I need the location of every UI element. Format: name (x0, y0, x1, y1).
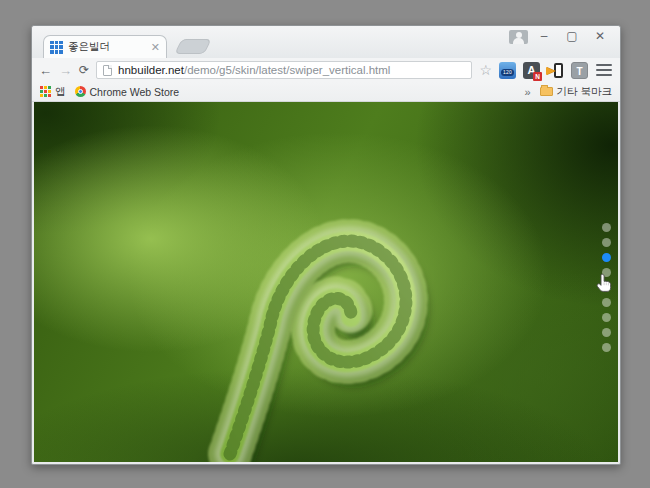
browser-window: 좋은빌더 ✕ – ▢ ✕ ← → ⟳ hnbuilder.net/demo/g5… (31, 25, 621, 465)
hand-cursor-icon (596, 273, 614, 294)
tab-active[interactable]: 좋은빌더 ✕ (43, 35, 167, 58)
apps-label: 앱 (55, 85, 66, 99)
browser-toolbar: ← → ⟳ hnbuilder.net/demo/g5/skin/latest/… (32, 58, 620, 82)
maximize-button[interactable]: ▢ (558, 29, 586, 45)
address-bar[interactable]: hnbuilder.net/demo/g5/skin/latest/swiper… (96, 61, 472, 79)
apps-grid-icon (40, 86, 51, 97)
apps-shortcut[interactable]: 앱 (40, 85, 66, 99)
other-bookmarks-label: 기타 북마크 (557, 85, 612, 99)
page-document-icon[interactable] (103, 65, 112, 76)
send-to-phone-extension-icon[interactable] (547, 62, 564, 79)
window-controls: – ▢ ✕ (530, 29, 614, 45)
tab-favicon-grid-icon (50, 41, 63, 54)
letter-t-extension-icon[interactable]: T (571, 62, 588, 79)
url-path: /demo/g5/skin/latest/swiper_vertical.htm… (184, 64, 390, 76)
slider-dot-6[interactable] (602, 298, 611, 307)
bookmarks-overflow-chevron[interactable]: » (524, 86, 530, 98)
bookmarks-bar: 앱 Chrome Web Store » 기타 북마크 (32, 82, 620, 102)
url-text[interactable]: hnbuilder.net/demo/g5/skin/latest/swiper… (118, 64, 390, 76)
url-host: hnbuilder.net (118, 64, 184, 76)
chrome-icon (75, 86, 86, 97)
reload-button[interactable]: ⟳ (79, 63, 89, 77)
back-button[interactable]: ← (39, 64, 52, 77)
profile-button[interactable] (509, 30, 528, 44)
slider-dot-1[interactable] (602, 223, 611, 232)
tab-strip: 좋은빌더 ✕ – ▢ ✕ (32, 26, 620, 58)
close-button[interactable]: ✕ (586, 29, 614, 45)
forward-button: → (59, 64, 72, 77)
page-viewport-fern-slide[interactable] (34, 102, 618, 462)
folder-icon (540, 87, 553, 96)
slider-dot-8[interactable] (602, 328, 611, 337)
new-tab-button[interactable] (174, 39, 211, 54)
blue-shield-extension-icon[interactable]: 120 (499, 62, 516, 79)
slider-dot-7[interactable] (602, 313, 611, 322)
letter-a-extension-icon[interactable]: AN (523, 62, 540, 79)
bookmark-star-icon[interactable]: ☆ (479, 63, 492, 77)
other-bookmarks-folder[interactable]: 기타 북마크 (540, 85, 612, 99)
tab-title: 좋은빌더 (68, 40, 146, 54)
hamburger-menu-icon[interactable] (595, 62, 613, 78)
chrome-web-store-label: Chrome Web Store (90, 86, 180, 98)
tab-close-icon[interactable]: ✕ (151, 42, 160, 53)
slider-dot-3-active[interactable] (602, 253, 611, 262)
slider-dot-9[interactable] (602, 343, 611, 352)
bookmark-chrome-web-store[interactable]: Chrome Web Store (75, 86, 180, 98)
fern-fiddlehead-illustration (34, 102, 618, 462)
slider-dot-2[interactable] (602, 238, 611, 247)
minimize-button[interactable]: – (530, 29, 558, 45)
red-n-badge: N (533, 72, 542, 81)
